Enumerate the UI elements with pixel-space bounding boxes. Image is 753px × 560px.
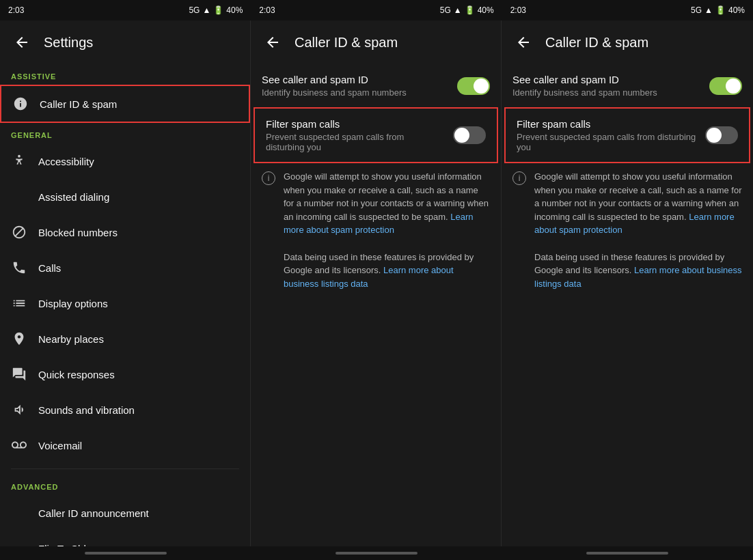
flip-icon [11,540,27,546]
sidebar-item-blocked-numbers[interactable]: Blocked numbers [0,214,250,250]
sidebar-item-quick-responses[interactable]: Quick responses [0,356,250,392]
time-right: 2:03 [510,5,526,15]
back-icon-mid [264,34,281,51]
signal-left: 5G [189,5,200,15]
caller-id-header-mid: Caller ID & spam [251,20,501,64]
bottom-nav-mid [251,546,502,560]
sidebar-item-caller-id-announcement[interactable]: Caller ID announcement [0,495,250,531]
sidebar-item-assisted-dialing-label: Assisted dialing [38,191,109,203]
battery-icon-right: 🔋 [715,5,726,15]
caller-id-panel-right: Caller ID & spam See caller and spam ID … [502,20,753,546]
voicemail-icon [11,437,27,453]
section-assistive: ASSISTIVE [0,64,250,85]
sidebar-item-caller-id-announcement-label: Caller ID announcement [38,507,149,519]
sidebar-item-accessibility[interactable]: Accessibility [0,143,250,179]
filter-spam-row-mid[interactable]: Filter spam calls Prevent suspected spam… [254,107,498,163]
signal-icon-left: ▲ [202,5,210,15]
battery-left: 40% [226,5,243,15]
see-caller-spam-title-right: See caller and spam ID [512,74,701,85]
list-icon [11,295,27,311]
settings-title: Settings [44,35,93,51]
signal-icon-mid: ▲ [454,5,462,15]
filter-spam-toggle-right[interactable] [705,126,738,144]
info-circle-icon-right: i [512,171,526,185]
sidebar-item-calls[interactable]: Calls [0,250,250,285]
caller-id-back-button-mid[interactable] [262,31,284,53]
bottom-nav-right [502,546,753,560]
info-circle-icon-mid: i [262,171,275,185]
toggle-knob-off-right [707,128,722,143]
filter-spam-toggle-mid[interactable] [453,126,486,144]
see-caller-spam-row-right[interactable]: See caller and spam ID Identify business… [502,64,753,107]
sidebar-item-display-options-label: Display options [38,298,108,309]
info-icon [13,96,28,111]
location-icon [11,331,27,347]
sidebar-item-flip-to-shh-label: Flip To Shh [38,543,90,547]
info-text-1-mid: Google will attempt to show you useful i… [284,170,490,237]
info-text-2-mid: Data being used in these features is pro… [284,251,490,291]
sidebar-item-display-options[interactable]: Display options [0,285,250,321]
filter-spam-text-mid: Filter spam calls Prevent suspected spam… [266,118,445,152]
battery-mid: 40% [478,5,494,15]
caller-id-panel-mid: Caller ID & spam See caller and spam ID … [251,20,502,546]
toggle-knob-right [726,79,741,94]
section-advanced: ADVANCED [0,475,250,495]
toggle-knob-off-mid [454,128,469,143]
info-row-1-right: i Google will attempt to show you useful… [502,163,753,244]
status-left: 2:03 5G ▲ 🔋 40% [0,0,251,20]
section-general: GENERAL [0,123,250,143]
signal-mid: 5G [440,5,451,15]
see-caller-spam-row-mid[interactable]: See caller and spam ID Identify business… [251,64,501,107]
battery-icon-mid: 🔋 [465,5,475,15]
battery-right: 40% [728,5,745,15]
phone-icon [11,260,27,276]
filter-spam-title-mid: Filter spam calls [266,118,445,130]
accessibility-icon [11,153,27,169]
sidebar-item-assisted-dialing[interactable]: Assisted dialing [0,179,250,214]
sidebar-item-quick-responses-label: Quick responses [38,369,115,380]
bottom-nav-area [0,546,753,560]
see-caller-spam-title-mid: See caller and spam ID [262,74,449,85]
sidebar-item-caller-id[interactable]: Caller ID & spam [0,85,250,123]
see-caller-spam-subtitle-right: Identify business and spam numbers [512,87,701,98]
nav-pill-right [586,552,668,555]
nav-pill-mid [336,552,417,555]
caller-id-content-mid: See caller and spam ID Identify business… [251,64,501,546]
status-right-icons2: 5G ▲ 🔋 40% [691,5,745,15]
sidebar-item-flip-to-shh[interactable]: Flip To Shh [0,531,250,546]
sidebar-item-nearby-places[interactable]: Nearby places [0,321,250,356]
back-icon-right [515,34,532,51]
sidebar-item-sounds-vibration[interactable]: Sounds and vibration [0,392,250,428]
time-left: 2:03 [8,5,24,15]
main-area: Settings ASSISTIVE Caller ID & spam GENE… [0,20,753,546]
assisted-dialing-icon [11,188,27,205]
caller-id-back-button-right[interactable] [512,31,534,53]
filter-spam-subtitle-right: Prevent suspected spam calls from distur… [517,132,697,152]
battery-icon-left: 🔋 [213,5,223,15]
filter-spam-row-right[interactable]: Filter spam calls Prevent suspected spam… [504,107,750,163]
caller-id-title-right: Caller ID & spam [545,35,648,51]
signal-right: 5G [691,5,702,15]
settings-panel: Settings ASSISTIVE Caller ID & spam GENE… [0,20,251,546]
time-mid: 2:03 [259,5,275,15]
see-caller-spam-toggle-right[interactable] [709,77,742,95]
settings-back-button[interactable] [11,31,33,53]
status-mid: 2:03 5G ▲ 🔋 40% [251,0,502,20]
divider-advanced [11,468,239,469]
see-caller-spam-text-mid: See caller and spam ID Identify business… [262,74,449,98]
filter-spam-subtitle-mid: Prevent suspected spam calls from distur… [266,132,445,152]
signal-icon-right: ▲ [704,5,713,15]
see-caller-spam-subtitle-mid: Identify business and spam numbers [262,87,449,98]
see-caller-spam-text-right: See caller and spam ID Identify business… [512,74,701,98]
info-row-2-right: Data being used in these features is pro… [502,244,753,298]
status-right: 2:03 5G ▲ 🔋 40% [502,0,753,20]
sidebar-item-caller-id-label: Caller ID & spam [40,98,117,110]
sidebar-item-voicemail[interactable]: Voicemail [0,428,250,463]
see-caller-spam-toggle-mid[interactable] [457,77,490,95]
info-text-1-right: Google will attempt to show you useful i… [534,170,742,237]
sidebar-item-sounds-vibration-label: Sounds and vibration [38,404,135,416]
sidebar-item-accessibility-label: Accessibility [38,156,94,167]
sidebar-item-calls-label: Calls [38,262,61,274]
info-row-1-mid: i Google will attempt to show you useful… [251,163,501,244]
sidebar-item-nearby-places-label: Nearby places [38,333,104,345]
